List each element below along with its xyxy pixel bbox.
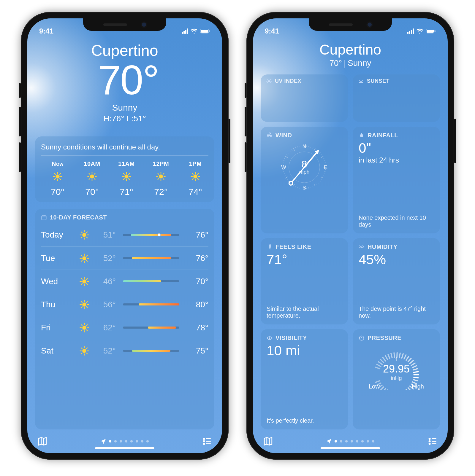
svg-line-43: [192, 179, 193, 179]
eye-icon: [267, 335, 273, 341]
feels-value: 71°: [267, 251, 342, 268]
page-dot[interactable]: [367, 440, 369, 442]
forecast-row[interactable]: Fri 62° 78°: [41, 316, 208, 339]
sun-icon: [266, 78, 272, 84]
forecast-low: 56°: [95, 300, 116, 309]
sunset-card[interactable]: Sunset: [353, 74, 440, 122]
forecast-high: 70°: [186, 277, 208, 286]
hourly-forecast-card[interactable]: Sunny conditions will continue all day. …: [35, 136, 214, 202]
hour-label: 10AM: [84, 160, 100, 167]
uv-index-card[interactable]: UV Index: [261, 74, 348, 122]
svg-line-14: [94, 179, 95, 179]
droplet-icon: [359, 132, 365, 138]
sun-icon: [78, 346, 91, 356]
temp-range-bar: [123, 257, 179, 259]
page-dot[interactable]: [372, 440, 374, 442]
ten-day-forecast-card[interactable]: 10-Day Forecast Today 51° 76° Tue 52° 76…: [35, 209, 214, 429]
map-button[interactable]: [37, 436, 48, 446]
rainfall-card[interactable]: Rainfall 0" in last 24 hrs None expected…: [353, 127, 440, 233]
page-dot[interactable]: [351, 440, 353, 442]
list-button[interactable]: [428, 436, 438, 446]
hour-label: 11AM: [118, 160, 134, 167]
hour-temp: 70°: [51, 187, 64, 197]
forecast-high: 76°: [186, 254, 208, 263]
forecast-day: Wed: [41, 277, 74, 286]
svg-line-103: [81, 324, 82, 325]
svg-line-134: [359, 80, 360, 81]
svg-line-69: [86, 232, 87, 233]
pressure-title: Pressure: [368, 335, 401, 341]
sun-icon: [78, 253, 91, 263]
page-dot[interactable]: [114, 440, 117, 442]
humidity-card[interactable]: Humidity 45% The dew point is 47° right …: [353, 238, 440, 325]
svg-line-5: [60, 179, 61, 179]
svg-point-116: [203, 441, 205, 442]
svg-line-74: [81, 260, 82, 261]
svg-point-30: [159, 174, 163, 179]
svg-line-132: [270, 79, 271, 80]
page-dot[interactable]: [120, 440, 122, 442]
screen-left: 9:41 Cupertino 70° Sunny H:76° L:51° Sun…: [27, 18, 222, 453]
visibility-title: Visibility: [276, 335, 307, 341]
forecast-row[interactable]: Wed 46° 70°: [41, 270, 208, 293]
pressure-high-label: High: [412, 383, 424, 390]
pressure-gauge: ↑29.95inHg Low High: [365, 343, 428, 390]
home-indicator[interactable]: [95, 447, 154, 449]
svg-line-101: [81, 330, 82, 331]
hour-temp: 70°: [85, 187, 99, 197]
svg-line-65: [81, 237, 82, 238]
hourly-item: 1PM 74°: [179, 160, 208, 197]
forecast-row[interactable]: Sat 52° 75°: [41, 339, 208, 362]
page-dot[interactable]: [335, 440, 337, 442]
forecast-row[interactable]: Today 51° 76°: [41, 223, 208, 246]
forecast-low: 46°: [95, 277, 116, 286]
svg-point-201: [269, 337, 270, 339]
page-dot[interactable]: [141, 440, 143, 442]
sun-icon: [87, 171, 97, 183]
page-dot[interactable]: [125, 440, 127, 442]
page-dots[interactable]: [101, 439, 149, 444]
visibility-value: 10 mi: [267, 343, 342, 359]
hourly-item: Now 70°: [41, 160, 74, 197]
svg-point-79: [82, 279, 86, 284]
page-dot[interactable]: [136, 440, 138, 442]
feels-like-card[interactable]: Feels Like 71° Similar to the actual tem…: [261, 238, 348, 325]
page-dot[interactable]: [345, 440, 348, 442]
page-dot[interactable]: [109, 440, 111, 442]
visibility-card[interactable]: Visibility 10 mi It's perfectly clear.: [261, 329, 348, 429]
forecast-day: Sat: [41, 346, 74, 356]
map-button[interactable]: [263, 436, 273, 446]
svg-line-130: [270, 82, 271, 83]
svg-line-76: [81, 255, 82, 256]
wind-value: 8: [302, 159, 307, 169]
hourly-item: 12PM 72°: [144, 160, 178, 197]
page-dot[interactable]: [146, 440, 149, 442]
svg-line-34: [158, 179, 159, 179]
sun-icon: [190, 171, 200, 183]
battery-icon: [426, 29, 436, 34]
svg-point-117: [203, 443, 205, 444]
temp-range-bar: [123, 350, 179, 352]
rainfall-title: Rainfall: [368, 132, 398, 139]
page-dots[interactable]: [326, 439, 374, 444]
hourly-scroll[interactable]: Now 70° 10AM 70° 11AM 71° 12PM 72° 1PM 7…: [41, 156, 208, 197]
svg-line-90: [86, 307, 87, 308]
page-dot[interactable]: [130, 440, 133, 442]
svg-point-115: [203, 438, 205, 439]
page-dot[interactable]: [340, 440, 342, 442]
svg-rect-122: [427, 30, 434, 33]
svg-line-108: [86, 353, 87, 354]
list-button[interactable]: [202, 436, 212, 446]
forecast-row[interactable]: Tue 52° 76°: [41, 246, 208, 270]
svg-point-88: [82, 303, 86, 307]
summary-text: Sunny conditions will continue all day.: [41, 142, 208, 156]
forecast-day: Today: [41, 230, 74, 240]
wind-card[interactable]: Wind NSEW 8mph: [261, 127, 348, 233]
home-indicator[interactable]: [321, 447, 380, 449]
page-dot[interactable]: [361, 440, 364, 442]
pressure-card[interactable]: Pressure ↑29.95inHg Low High: [353, 329, 440, 429]
page-dot[interactable]: [356, 440, 358, 442]
forecast-row[interactable]: Thu 56° 80°: [41, 293, 208, 316]
phone-frame-left: 9:41 Cupertino 70° Sunny H:76° L:51° Sun…: [21, 12, 229, 460]
svg-line-105: [86, 324, 87, 325]
